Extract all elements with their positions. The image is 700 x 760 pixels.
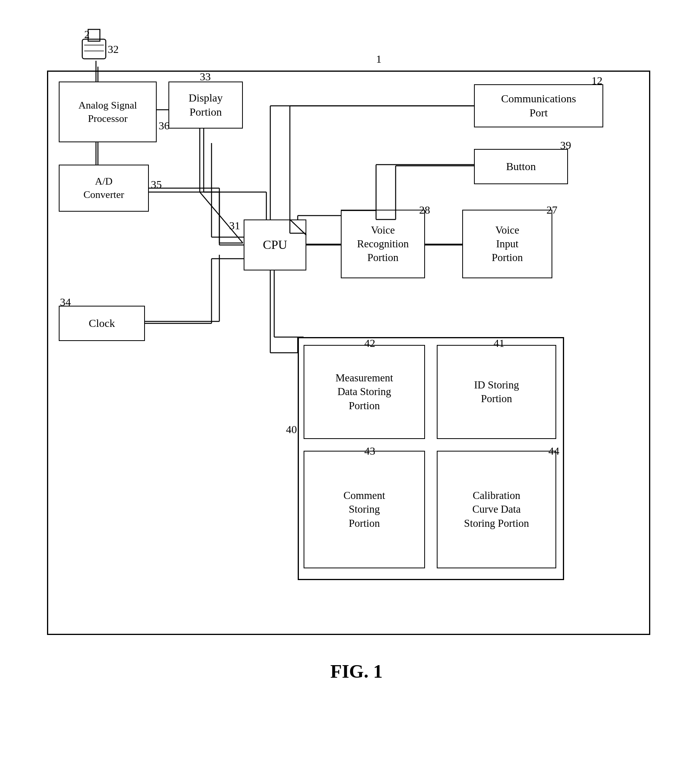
id-storing-block: ID StoringPortion xyxy=(437,345,556,439)
calibration-curve-block: CalibrationCurve DataStoring Portion xyxy=(437,451,556,568)
ref-35: 35 xyxy=(151,178,162,191)
svg-rect-23 xyxy=(82,39,106,59)
figure-label: FIG. 1 xyxy=(330,660,382,682)
cpu-block: CPU xyxy=(244,219,306,270)
ref-27: 27 xyxy=(546,204,557,216)
ref-34: 34 xyxy=(60,296,71,308)
ref-31: 31 xyxy=(229,219,240,232)
diagram-container: 2 32 1 Analog SignalProcessor 36 A/DConv… xyxy=(24,24,674,690)
clock-block: Clock xyxy=(59,306,145,341)
ref-39: 39 xyxy=(560,139,571,152)
comment-storing-block: CommentStoringPortion xyxy=(304,451,425,568)
ref-12: 12 xyxy=(591,74,602,87)
ref-36: 36 xyxy=(159,120,170,132)
ref-44: 44 xyxy=(548,445,559,457)
ref-32: 32 xyxy=(108,43,119,56)
ref-2: 2 xyxy=(84,28,90,41)
ad-converter-block: A/DConverter xyxy=(59,165,149,212)
measurement-data-block: MeasurementData StoringPortion xyxy=(304,345,425,439)
ref-43: 43 xyxy=(364,445,375,457)
ref-1: 1 xyxy=(376,53,382,65)
ref-40: 40 xyxy=(286,423,297,436)
button-block: Button xyxy=(474,149,568,184)
ref-28: 28 xyxy=(419,204,430,216)
communications-port-block: CommunicationsPort xyxy=(474,84,603,127)
voice-recognition-block: VoiceRecognitionPortion xyxy=(341,210,425,278)
ref-33: 33 xyxy=(200,71,211,83)
ref-41: 41 xyxy=(494,337,505,350)
analog-signal-processor-block: Analog SignalProcessor xyxy=(59,82,157,142)
ref-42: 42 xyxy=(364,337,375,350)
display-portion-block: DisplayPortion xyxy=(168,82,243,129)
voice-input-block: VoiceInputPortion xyxy=(462,210,552,278)
